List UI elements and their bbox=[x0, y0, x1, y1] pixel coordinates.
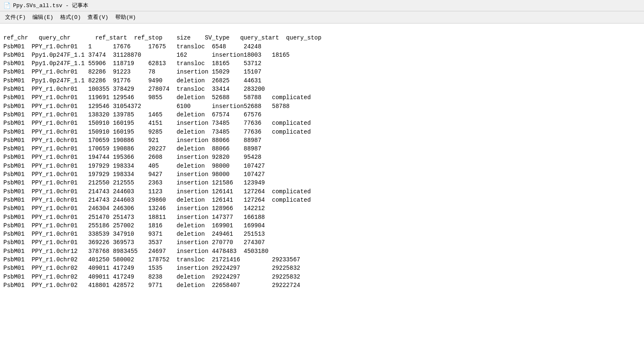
table-row: PsbM01 PPY_r1.0chr01 197929 198334 9427 … bbox=[3, 171, 272, 178]
menu-item[interactable]: 格式(O) bbox=[57, 12, 84, 22]
table-row: PsbM01 PPY_r1.0chr01 246304 246306 13246… bbox=[3, 205, 272, 212]
table-row: PsbM01 PPY_r1.0chr01 255186 257002 1816 … bbox=[3, 222, 272, 229]
title-bar: 📄 Ppy.SVs_all.tsv - 记事本 bbox=[0, 0, 644, 11]
table-row: PsbM01 PPY_r1.0chr01 82286 91223 78 inse… bbox=[3, 68, 272, 75]
table-row: PsbM01 PPY_r1.0chr01 214743 244603 1123 … bbox=[3, 188, 311, 195]
table-row: PsbM01 PPY_r1.0chr02 409011 417249 8238 … bbox=[3, 274, 300, 280]
table-row: PsbM01 PPY_r1.0chr01 138320 139785 1465 … bbox=[3, 111, 272, 118]
table-row: PsbM01 PPY_r1.0chr01 170659 190886 921 i… bbox=[3, 137, 272, 144]
table-row: PsbM01 PPY_r1.0chr01 212550 212555 2363 … bbox=[3, 179, 272, 186]
menu-item[interactable]: 帮助(H) bbox=[112, 12, 139, 22]
table-row: PsbM01 Ppy1.0p247F_1.1 82286 91776 9490 … bbox=[3, 77, 272, 84]
menu-item[interactable]: 文件(F) bbox=[2, 12, 29, 22]
table-row: PsbM01 PPY_r1.0chr01 1 17676 17675 trans… bbox=[3, 43, 272, 50]
table-row: PsbM01 PPY_r1.0chr01 197929 198334 405 d… bbox=[3, 163, 272, 169]
table-row: PsbM01 PPY_r1.0chr02 401250 580002 17875… bbox=[3, 256, 300, 263]
table-row: PsbM01 PPY_r1.0chr01 100355 378429 27807… bbox=[3, 86, 272, 92]
table-row: PsbM01 PPY_r1.0chr01 369226 369573 3537 … bbox=[3, 239, 272, 246]
table-row: PsbM01 PPY_r1.0chr01 129546 31054372 610… bbox=[3, 103, 290, 110]
table-row: PsbM01 Ppy1.0p247F_1.1 37474 31128870 16… bbox=[3, 52, 290, 58]
menu-item[interactable]: 编辑(E) bbox=[29, 12, 56, 22]
table-row: PsbM01 PPY_r1.0chr01 214743 244603 29860… bbox=[3, 197, 311, 203]
table-row: PsbM01 PPY_r1.0chr01 251470 251473 18811… bbox=[3, 214, 272, 221]
table-row: PsbM01 PPY_r1.0chr02 418801 428572 9771 … bbox=[3, 282, 300, 289]
table-row: PsbM01 PPY_r1.0chr01 170659 190886 20227… bbox=[3, 145, 272, 152]
table-row: PsbM01 PPY_r1.0chr12 378768 8983455 2469… bbox=[3, 248, 272, 255]
menu-bar: 文件(F)编辑(E)格式(O)查看(V)帮助(H) bbox=[0, 11, 644, 24]
content-area: ref_chr query_chr ref_start ref_stop siz… bbox=[0, 24, 644, 291]
table-row: PsbM01 PPY_r1.0chr02 409011 417249 1535 … bbox=[3, 265, 300, 271]
table-row: PsbM01 Ppy1.0p247F_1.1 55906 118719 6281… bbox=[3, 60, 272, 67]
table-row: PsbM01 PPY_r1.0chr01 150910 160195 4151 … bbox=[3, 120, 311, 126]
table-row: PsbM01 PPY_r1.0chr01 150910 160195 9285 … bbox=[3, 129, 311, 135]
table-row: PsbM01 PPY_r1.0chr01 119691 129546 9855 … bbox=[3, 94, 311, 101]
menu-item[interactable]: 查看(V) bbox=[84, 12, 111, 22]
window-title: Ppy.SVs_all.tsv - 记事本 bbox=[13, 2, 88, 9]
table-row: PsbM01 PPY_r1.0chr01 338539 347910 9371 … bbox=[3, 231, 272, 237]
table-row: PsbM01 PPY_r1.0chr01 194744 195366 2608 … bbox=[3, 154, 272, 161]
header-row: ref_chr query_chr ref_start ref_stop siz… bbox=[3, 34, 321, 41]
notepad-icon: 📄 bbox=[3, 2, 11, 9]
